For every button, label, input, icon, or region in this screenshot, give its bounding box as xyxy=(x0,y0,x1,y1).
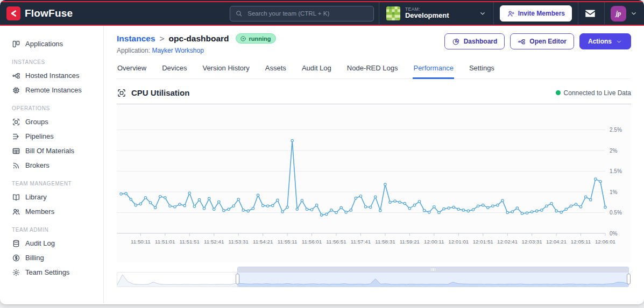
node-icon xyxy=(12,71,20,80)
x-tick-label: 12:04:21 xyxy=(546,239,567,245)
sidebar-item-hosted-instances[interactable]: Hosted Instances xyxy=(0,68,103,83)
chevron-down-icon xyxy=(615,38,622,45)
main-content: Instances > opc-dashboard running Applic… xyxy=(104,26,644,303)
chart-panel-header: CPU Utilisation Connected to Live Data xyxy=(117,82,631,104)
tab-overview[interactable]: Overview xyxy=(117,63,147,79)
brush-drag-bar[interactable] xyxy=(238,267,628,272)
chart-zoom-brush[interactable] xyxy=(117,267,629,287)
instance-header: Instances > opc-dashboard running Applic… xyxy=(117,33,631,54)
sidebar-item-bill-of-materials[interactable]: Bill Of Materials xyxy=(0,144,103,158)
y-tick-label: 0.5% xyxy=(610,210,622,216)
sidebar-item-label: Groups xyxy=(25,118,48,126)
flowfuse-logo-icon xyxy=(6,6,20,20)
sidebar-item-label: Library xyxy=(25,193,47,201)
user-menu[interactable]: jp xyxy=(611,6,638,22)
cpu-line xyxy=(121,141,605,216)
x-tick-label: 12:02:41 xyxy=(497,239,518,245)
tab-devices[interactable]: Devices xyxy=(161,63,187,79)
brush-selection[interactable] xyxy=(237,267,629,287)
chart-panel-title: CPU Utilisation xyxy=(117,88,189,98)
brush-handle-right[interactable] xyxy=(627,274,631,284)
team-search[interactable] xyxy=(230,6,374,22)
x-tick-label: 12:00:11 xyxy=(424,239,444,245)
tab-node-red-logs[interactable]: Node-RED Logs xyxy=(346,63,399,79)
notifications-button[interactable] xyxy=(584,6,598,20)
live-status-label: Connected to Live Data xyxy=(564,89,631,97)
open-editor-button-label: Open Editor xyxy=(529,38,567,45)
invite-members-label: Invite Members xyxy=(518,10,565,17)
top-navbar: FlowFuse TEAM: Development xyxy=(0,2,644,26)
x-tick-label: 12:05:11 xyxy=(571,239,591,245)
play-circle-icon xyxy=(240,35,246,42)
x-tick-label: 11:57:41 xyxy=(351,239,371,245)
y-tick-label: 1.5% xyxy=(610,168,622,174)
sidebar-section-instances: INSTANCES xyxy=(12,59,103,65)
sidebar-item-applications[interactable]: Applications xyxy=(0,37,103,51)
actions-button-label: Actions xyxy=(588,38,612,45)
sidebar-item-pipelines[interactable]: Pipelines xyxy=(0,129,103,144)
navbar-divider xyxy=(379,2,379,25)
instance-actions: Dashboard Open Editor Actions xyxy=(444,33,631,49)
x-tick-label: 11:58:31 xyxy=(375,239,395,245)
x-tick-label: 11:50:11 xyxy=(131,239,151,245)
sidebar-item-label: Hosted Instances xyxy=(25,71,79,80)
invite-members-button[interactable]: Invite Members xyxy=(500,5,572,22)
team-name: Development xyxy=(405,12,449,20)
sidebar-item-label: Remote Instances xyxy=(25,86,82,94)
cpu-data-points xyxy=(120,139,606,216)
application-line: Application: Mayker Workshop xyxy=(117,47,276,54)
y-tick-label: 0% xyxy=(610,231,618,237)
sidebar-item-members[interactable]: Members xyxy=(0,204,103,219)
navbar-divider xyxy=(493,2,494,25)
application-link[interactable]: Mayker Workshop xyxy=(152,47,203,54)
flowfuse-logo[interactable]: FlowFuse xyxy=(6,6,73,20)
sidebar-item-remote-instances[interactable]: Remote Instances xyxy=(0,83,103,97)
y-tick-label: 2.5% xyxy=(610,127,622,133)
dashboard-button[interactable]: Dashboard xyxy=(444,33,505,49)
pie-chart-icon xyxy=(452,38,460,46)
sidebar-section-team-management: TEAM MANAGEMENT xyxy=(12,181,103,187)
tab-assets[interactable]: Assets xyxy=(265,63,287,79)
x-tick-label: 11:59:21 xyxy=(400,239,420,245)
tab-settings[interactable]: Settings xyxy=(469,63,495,79)
team-avatar xyxy=(386,6,400,20)
users-icon xyxy=(12,207,20,216)
user-plus-icon xyxy=(507,10,515,18)
tab-performance[interactable]: Performance xyxy=(413,63,454,79)
chart-area: 0%0.5%1%1.5%2%2.5%11:50:1111:51:0111:51:… xyxy=(117,104,631,262)
actions-button[interactable]: Actions xyxy=(579,33,631,49)
table-icon xyxy=(12,147,20,155)
tab-audit-log[interactable]: Audit Log xyxy=(301,63,332,79)
x-tick-label: 11:56:51 xyxy=(326,239,346,245)
status-badge: running xyxy=(236,33,277,44)
gear-icon xyxy=(12,268,20,277)
sidebar-item-groups[interactable]: Groups xyxy=(0,114,103,129)
y-tick-label: 2% xyxy=(610,148,618,154)
chevron-down-icon xyxy=(479,10,486,17)
editor-node-icon xyxy=(518,38,526,46)
breadcrumb-instances-link[interactable]: Instances xyxy=(117,34,155,44)
navbar-divider xyxy=(578,2,578,25)
sidebar-item-team-settings[interactable]: Team Settings xyxy=(0,265,103,280)
sidebar-item-label: Applications xyxy=(25,40,63,48)
sidebar-item-brokers[interactable]: Brokers xyxy=(0,158,103,173)
search-input[interactable] xyxy=(246,10,369,17)
tab-version-history[interactable]: Version History xyxy=(202,63,250,79)
breadcrumb-separator: > xyxy=(160,34,165,44)
envelope-icon xyxy=(584,8,596,19)
brush-handle-left[interactable] xyxy=(236,274,239,284)
sidebar-item-label: Team Settings xyxy=(25,268,69,276)
drag-grip-icon xyxy=(431,268,436,271)
open-editor-button[interactable]: Open Editor xyxy=(510,33,574,49)
x-tick-label: 11:51:51 xyxy=(180,239,200,245)
brand-name: FlowFuse xyxy=(25,8,73,19)
sidebar-section-team-admin: TEAM ADMIN xyxy=(12,227,103,233)
team-selector[interactable]: TEAM: Development xyxy=(385,6,487,20)
cpu-utilisation-chart[interactable]: 0%0.5%1%1.5%2%2.5%11:50:1111:51:0111:51:… xyxy=(117,106,631,262)
sidebar-item-library[interactable]: Library xyxy=(0,190,103,204)
rss-icon xyxy=(12,161,20,170)
dashboard-button-label: Dashboard xyxy=(464,38,498,45)
sidebar-item-audit-log[interactable]: Audit Log xyxy=(0,236,103,250)
chevron-down-icon xyxy=(630,10,638,17)
sidebar-item-billing[interactable]: Billing xyxy=(0,250,103,265)
